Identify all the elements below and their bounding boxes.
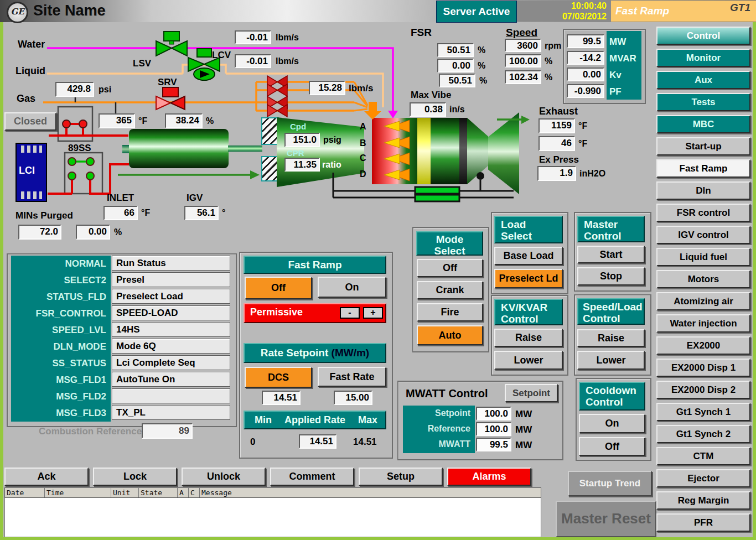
status-row-value: TX_PL [112,405,230,420]
preselect-load-button[interactable]: Preselect Ld [494,269,563,288]
sidebar-item-aux[interactable]: Aux [656,71,750,89]
permissive-minus-button[interactable]: - [340,307,360,319]
sidebar-item-tests[interactable]: Tests [656,93,750,111]
cpr-unit: ratio [322,160,341,170]
max-label: Max [358,412,377,428]
alarm-list[interactable] [4,498,541,537]
sidebar-item-monitor[interactable]: Monitor [656,49,750,67]
alarm-list-header: Date Time Unit State A C Message [4,487,541,498]
lcv-valve-icon [188,58,204,71]
alarm-col-unit: Unit [111,488,139,497]
sidebar-item-control[interactable]: Control [656,27,750,45]
sidebar-item-ex2000-disp2[interactable]: EX2000 Disp 2 [656,381,750,399]
sidebar-item-water-injection[interactable]: Water injection [656,314,750,333]
contact-icon [86,158,94,165]
stop-button[interactable]: Stop [577,267,645,285]
gas-valve-pct-value: 38.24 [165,113,203,128]
turbine-cone [467,118,488,184]
master-reset-button[interactable]: Master Reset [556,501,656,537]
alarm-setup-button[interactable]: Setup [359,468,443,486]
contact-icon [86,172,94,180]
mins-purged-value-1: 72.0 [18,225,61,240]
site-title: Site Name [33,2,106,19]
lsv-valve-neck [169,41,174,44]
sidebar-item-atomizing-air[interactable]: Atomizing air [656,292,750,310]
load-select-title: Load Select [494,216,563,243]
lcv-valve-actuator [197,49,211,57]
dcs-rate-value: 14.51 [262,391,301,405]
status-row-label: SS_STATUS [11,355,111,372]
sidebar-item-igv-control[interactable]: IGV control [656,226,750,244]
alarm-lock-button[interactable]: Lock [93,468,177,486]
status-row-value [112,388,230,403]
server-status-badge: Server Active [436,1,517,23]
sidebar-item-fast-ramp[interactable]: Fast Ramp [656,159,750,178]
max-vibe-label: Max Vibe [411,90,451,101]
kv-kvar-title: KV/KVAR Control [494,299,563,325]
sidebar-item-motors[interactable]: Motors [656,270,750,288]
speed-pct-unit-2: % [545,72,552,82]
speed-raise-button[interactable]: Raise [577,329,645,347]
sidebar-item-ctm[interactable]: CTM [656,447,750,465]
cooldown-off-button[interactable]: Off [579,437,645,456]
igv-angle-unit: ° [222,208,225,218]
alarm-unlock-button[interactable]: Unlock [182,468,266,486]
gas-pressure-unit: psi [99,85,111,95]
fast-ramp-off-button[interactable]: Off [245,277,312,299]
dcs-button[interactable]: DCS [245,367,312,388]
fast-ramp-on-button[interactable]: On [318,277,386,298]
mode-fire-button[interactable]: Fire [417,303,483,321]
cooldown-on-button[interactable]: On [579,414,645,433]
water-label: Water [18,39,45,50]
speed-label: Speed [506,27,537,39]
sidebar-item-fsr-control[interactable]: FSR control [656,204,750,222]
status-row-label: MSG_FLD1 [11,372,111,388]
sidebar-item-dln[interactable]: Dln [656,181,750,200]
sidebar-item-reg-margin[interactable]: Reg Margin [656,491,750,510]
exhaust-temp-value-1: 1159 [538,118,575,133]
sidebar-item-liquid-fuel[interactable]: Liquid fuel [656,248,750,266]
srv-valve-icon [170,96,185,110]
base-load-button[interactable]: Base Load [494,247,563,265]
kv-raise-button[interactable]: Raise [494,329,563,347]
mwatt-setpoint-button[interactable]: Setpoint [505,384,558,402]
start-button[interactable]: Start [577,246,645,263]
kv-lower-button[interactable]: Lower [494,351,563,370]
mode-crank-button[interactable]: Crank [417,281,483,299]
min-label: Min [255,412,272,428]
alarm-ack-button[interactable]: Ack [4,468,89,486]
status-row-label: SPEED_LVL [11,322,111,339]
mode-auto-button[interactable]: Auto [417,325,483,345]
alarms-button[interactable]: Alarms [447,468,531,486]
sidebar-item-ex2000[interactable]: EX2000 [656,336,750,355]
max-vibe-value: 0.38 [410,102,446,117]
fast-rate-button[interactable]: Fast Rate [318,367,386,387]
sidebar-item-mbc[interactable]: MBC [656,115,750,133]
sidebar-item-startup[interactable]: Start-up [656,137,750,155]
sidebar-item-ejector[interactable]: Ejector [656,469,750,487]
sidebar-item-ex2000-disp1[interactable]: EX2000 Disp 1 [656,359,750,377]
gas-temp-value: 365 [99,113,135,128]
sidebar-item-pfr[interactable]: PFR [656,513,750,532]
liquid-flow-value: -0.01 [235,54,271,68]
sidebar-item-gt1-synch1[interactable]: Gt1 Synch 1 [656,403,750,421]
permissive-plus-button[interactable]: + [363,307,383,319]
mode-off-button[interactable]: Off [417,259,483,277]
permissive-bar: Permissive - + [244,303,386,323]
fsr-value-2: 0.00 [437,59,474,72]
status-row-label: STATUS_FLD [11,289,111,305]
status-row-label: SELECT2 [11,272,111,289]
applied-rate-label: Applied Rate [284,412,345,428]
breaker-89ss-wiring [48,164,129,194]
alarm-comment-button[interactable]: Comment [270,468,354,486]
startup-trend-button[interactable]: Startup Trend [568,471,652,496]
rate-setpoint-bar: Rate Setpoint (MW/m) [244,343,386,363]
contact-icon [68,158,76,165]
flame-detector-icon [415,187,459,194]
alarm-col-c: C [189,488,200,497]
status-row-value: Lci Complete Seq [112,355,230,370]
sidebar-item-gt1-synch2[interactable]: Gt1 Synch 2 [656,425,750,443]
speed-lower-button[interactable]: Lower [577,351,645,370]
gas-closed-button[interactable]: Closed [4,112,56,131]
screen-banner: Fast Ramp GT1 [611,1,756,22]
